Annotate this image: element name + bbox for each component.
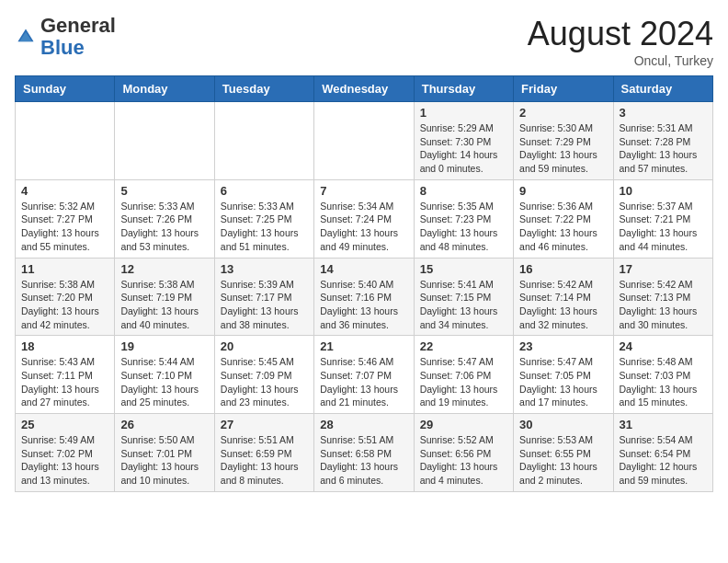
calendar-cell: 7Sunrise: 5:34 AM Sunset: 7:24 PM Daylig… xyxy=(314,179,414,258)
weekday-header-row: SundayMondayTuesdayWednesdayThursdayFrid… xyxy=(16,76,713,102)
day-number: 1 xyxy=(420,106,507,120)
calendar-cell: 25Sunrise: 5:49 AM Sunset: 7:02 PM Dayli… xyxy=(16,414,115,492)
day-info: Sunrise: 5:42 AM Sunset: 7:14 PM Dayligh… xyxy=(519,278,607,332)
week-row-4: 18Sunrise: 5:43 AM Sunset: 7:11 PM Dayli… xyxy=(16,336,713,414)
calendar-cell: 1Sunrise: 5:29 AM Sunset: 7:30 PM Daylig… xyxy=(414,102,513,180)
weekday-header-tuesday: Tuesday xyxy=(214,76,313,102)
day-info: Sunrise: 5:46 AM Sunset: 7:07 PM Dayligh… xyxy=(320,355,407,409)
day-info: Sunrise: 5:48 AM Sunset: 7:03 PM Dayligh… xyxy=(620,355,707,409)
calendar-cell: 6Sunrise: 5:33 AM Sunset: 7:25 PM Daylig… xyxy=(214,179,313,258)
calendar-cell: 4Sunrise: 5:32 AM Sunset: 7:27 PM Daylig… xyxy=(16,179,115,258)
day-info: Sunrise: 5:49 AM Sunset: 7:02 PM Dayligh… xyxy=(21,433,108,488)
month-year-title: August 2024 xyxy=(528,15,713,53)
calendar-cell: 10Sunrise: 5:37 AM Sunset: 7:21 PM Dayli… xyxy=(613,179,712,258)
day-number: 27 xyxy=(221,418,308,431)
calendar-cell: 3Sunrise: 5:31 AM Sunset: 7:28 PM Daylig… xyxy=(613,102,712,180)
title-block: August 2024 Oncul, Turkey xyxy=(528,15,713,68)
day-number: 20 xyxy=(221,339,308,353)
day-number: 3 xyxy=(620,106,707,120)
week-row-2: 4Sunrise: 5:32 AM Sunset: 7:27 PM Daylig… xyxy=(16,179,713,258)
logo-text: General Blue xyxy=(40,15,116,59)
day-info: Sunrise: 5:50 AM Sunset: 7:01 PM Dayligh… xyxy=(120,433,208,488)
calendar-cell xyxy=(115,102,214,180)
calendar-cell: 21Sunrise: 5:46 AM Sunset: 7:07 PM Dayli… xyxy=(314,336,414,414)
week-row-1: 1Sunrise: 5:29 AM Sunset: 7:30 PM Daylig… xyxy=(16,102,713,180)
page-header: General Blue August 2024 Oncul, Turkey xyxy=(15,15,713,68)
day-number: 4 xyxy=(21,184,108,198)
day-info: Sunrise: 5:34 AM Sunset: 7:24 PM Dayligh… xyxy=(320,200,407,254)
calendar-cell: 19Sunrise: 5:44 AM Sunset: 7:10 PM Dayli… xyxy=(115,336,214,414)
calendar-cell: 5Sunrise: 5:33 AM Sunset: 7:26 PM Daylig… xyxy=(115,179,214,258)
logo-icon xyxy=(15,26,37,48)
day-number: 22 xyxy=(420,339,507,353)
day-info: Sunrise: 5:39 AM Sunset: 7:17 PM Dayligh… xyxy=(221,278,308,332)
day-number: 26 xyxy=(120,418,208,431)
day-number: 21 xyxy=(320,339,407,353)
calendar-cell: 24Sunrise: 5:48 AM Sunset: 7:03 PM Dayli… xyxy=(613,336,712,414)
day-number: 2 xyxy=(519,106,607,120)
logo-blue-text: Blue xyxy=(40,36,85,59)
day-number: 12 xyxy=(120,262,208,276)
day-number: 17 xyxy=(620,262,707,276)
day-number: 30 xyxy=(519,418,607,431)
day-info: Sunrise: 5:31 AM Sunset: 7:28 PM Dayligh… xyxy=(620,121,707,176)
day-number: 23 xyxy=(519,339,607,353)
day-info: Sunrise: 5:38 AM Sunset: 7:19 PM Dayligh… xyxy=(120,278,208,332)
logo-general-text: General xyxy=(40,14,116,37)
weekday-header-thursday: Thursday xyxy=(414,76,513,102)
day-info: Sunrise: 5:33 AM Sunset: 7:26 PM Dayligh… xyxy=(120,200,208,254)
calendar-cell: 31Sunrise: 5:54 AM Sunset: 6:54 PM Dayli… xyxy=(613,414,712,492)
day-info: Sunrise: 5:41 AM Sunset: 7:15 PM Dayligh… xyxy=(420,278,507,332)
calendar-cell: 13Sunrise: 5:39 AM Sunset: 7:17 PM Dayli… xyxy=(214,258,313,336)
day-number: 29 xyxy=(420,418,507,431)
day-info: Sunrise: 5:47 AM Sunset: 7:05 PM Dayligh… xyxy=(519,355,607,409)
calendar-cell: 15Sunrise: 5:41 AM Sunset: 7:15 PM Dayli… xyxy=(414,258,513,336)
day-info: Sunrise: 5:45 AM Sunset: 7:09 PM Dayligh… xyxy=(221,355,308,409)
calendar-cell: 26Sunrise: 5:50 AM Sunset: 7:01 PM Dayli… xyxy=(115,414,214,492)
day-number: 13 xyxy=(221,262,308,276)
calendar-cell: 12Sunrise: 5:38 AM Sunset: 7:19 PM Dayli… xyxy=(115,258,214,336)
calendar-cell xyxy=(314,102,414,180)
day-number: 16 xyxy=(519,262,607,276)
day-info: Sunrise: 5:44 AM Sunset: 7:10 PM Dayligh… xyxy=(120,355,208,409)
day-info: Sunrise: 5:53 AM Sunset: 6:55 PM Dayligh… xyxy=(519,433,607,488)
week-row-5: 25Sunrise: 5:49 AM Sunset: 7:02 PM Dayli… xyxy=(16,414,713,492)
day-number: 6 xyxy=(221,184,308,198)
day-number: 24 xyxy=(620,339,707,353)
day-info: Sunrise: 5:38 AM Sunset: 7:20 PM Dayligh… xyxy=(21,278,108,332)
day-number: 15 xyxy=(420,262,507,276)
calendar-cell: 23Sunrise: 5:47 AM Sunset: 7:05 PM Dayli… xyxy=(514,336,613,414)
day-number: 19 xyxy=(120,339,208,353)
weekday-header-monday: Monday xyxy=(115,76,214,102)
calendar-table: SundayMondayTuesdayWednesdayThursdayFrid… xyxy=(15,75,713,492)
day-info: Sunrise: 5:40 AM Sunset: 7:16 PM Dayligh… xyxy=(320,278,407,332)
weekday-header-friday: Friday xyxy=(514,76,613,102)
day-number: 10 xyxy=(620,184,707,198)
day-info: Sunrise: 5:43 AM Sunset: 7:11 PM Dayligh… xyxy=(21,355,108,409)
calendar-cell: 9Sunrise: 5:36 AM Sunset: 7:22 PM Daylig… xyxy=(514,179,613,258)
calendar-cell: 29Sunrise: 5:52 AM Sunset: 6:56 PM Dayli… xyxy=(414,414,513,492)
day-info: Sunrise: 5:52 AM Sunset: 6:56 PM Dayligh… xyxy=(420,433,507,488)
calendar-cell: 27Sunrise: 5:51 AM Sunset: 6:59 PM Dayli… xyxy=(214,414,313,492)
weekday-header-sunday: Sunday xyxy=(16,76,115,102)
calendar-cell: 18Sunrise: 5:43 AM Sunset: 7:11 PM Dayli… xyxy=(16,336,115,414)
day-info: Sunrise: 5:29 AM Sunset: 7:30 PM Dayligh… xyxy=(420,121,507,176)
day-number: 28 xyxy=(320,418,407,431)
calendar-cell: 14Sunrise: 5:40 AM Sunset: 7:16 PM Dayli… xyxy=(314,258,414,336)
day-info: Sunrise: 5:51 AM Sunset: 6:58 PM Dayligh… xyxy=(320,433,407,488)
day-number: 8 xyxy=(420,184,507,198)
day-info: Sunrise: 5:37 AM Sunset: 7:21 PM Dayligh… xyxy=(620,200,707,254)
day-number: 14 xyxy=(320,262,407,276)
day-number: 31 xyxy=(620,418,707,431)
day-info: Sunrise: 5:36 AM Sunset: 7:22 PM Dayligh… xyxy=(519,200,607,254)
calendar-cell: 11Sunrise: 5:38 AM Sunset: 7:20 PM Dayli… xyxy=(16,258,115,336)
week-row-3: 11Sunrise: 5:38 AM Sunset: 7:20 PM Dayli… xyxy=(16,258,713,336)
day-number: 5 xyxy=(120,184,208,198)
day-info: Sunrise: 5:35 AM Sunset: 7:23 PM Dayligh… xyxy=(420,200,507,254)
day-info: Sunrise: 5:42 AM Sunset: 7:13 PM Dayligh… xyxy=(620,278,707,332)
weekday-header-wednesday: Wednesday xyxy=(314,76,414,102)
calendar-cell: 8Sunrise: 5:35 AM Sunset: 7:23 PM Daylig… xyxy=(414,179,513,258)
weekday-header-saturday: Saturday xyxy=(613,76,712,102)
calendar-cell: 17Sunrise: 5:42 AM Sunset: 7:13 PM Dayli… xyxy=(613,258,712,336)
day-number: 18 xyxy=(21,339,108,353)
